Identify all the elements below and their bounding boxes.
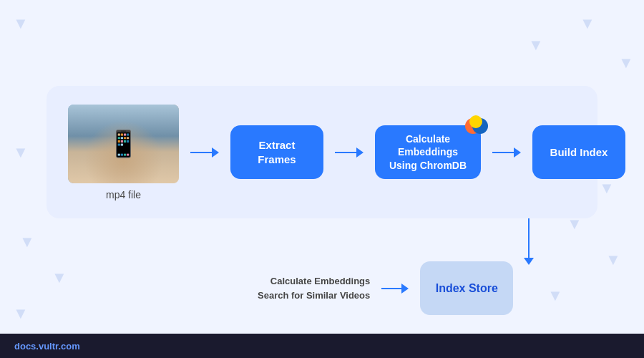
arrow-line-1 <box>190 152 212 153</box>
down-arrow-line <box>528 218 530 258</box>
arrow-1 <box>190 147 219 158</box>
index-store-box: Index Store <box>420 261 513 315</box>
video-thumbnail <box>68 105 179 183</box>
h-arrow-to-store <box>381 284 409 294</box>
chromadb-logo <box>465 115 488 138</box>
bg-icon: ▼ <box>13 143 29 162</box>
down-arrow-head <box>524 258 534 265</box>
video-input: mp4 file <box>68 105 179 200</box>
bottom-flow: Calculate Embeddings Search for Similar … <box>258 261 513 315</box>
build-index-label: Build Index <box>550 145 608 160</box>
arrow-3 <box>492 147 521 158</box>
bg-icon: ▼ <box>618 54 634 72</box>
bg-icon: ▼ <box>19 233 35 251</box>
footer: docs.vultr.com <box>0 334 644 358</box>
diagram-card: mp4 file Extract Frames Calculate Embedd… <box>47 86 597 218</box>
h-arrow-head <box>401 284 409 294</box>
bg-icon: ▼ <box>580 14 595 33</box>
arrow-line-2 <box>335 152 356 153</box>
h-arrow-line <box>381 288 401 289</box>
bg-icon: ▼ <box>605 251 621 269</box>
down-arrow-container <box>524 218 534 265</box>
bg-icon: ▼ <box>52 268 67 287</box>
arrow-head-2 <box>356 147 364 158</box>
bg-icon: ▼ <box>13 304 29 323</box>
arrow-2 <box>335 147 364 158</box>
build-index-box: Build Index <box>532 125 625 179</box>
arrow-head-3 <box>514 147 521 158</box>
arrow-head-1 <box>212 147 219 158</box>
chromadb-box: Calculate Embeddings Using ChromDB <box>375 125 481 179</box>
extract-frames-box: Extract Frames <box>230 125 323 179</box>
video-label: mp4 file <box>106 189 141 200</box>
arrow-line-3 <box>492 152 514 153</box>
index-store-label: Index Store <box>436 282 498 295</box>
extract-frames-label: Extract Frames <box>242 138 312 166</box>
footer-link[interactable]: docs.vultr.com <box>14 341 80 352</box>
logo-yellow <box>469 115 482 128</box>
chromadb-label: Calculate Embeddings Using ChromDB <box>386 132 469 172</box>
bottom-text-line1: Calculate Embeddings <box>258 274 370 289</box>
bg-icon: ▼ <box>599 179 615 198</box>
bg-icon: ▼ <box>528 36 544 54</box>
bottom-text-line2: Search for Similar Videos <box>258 289 370 303</box>
bottom-text: Calculate Embeddings Search for Similar … <box>258 274 370 302</box>
bg-icon: ▼ <box>547 286 563 305</box>
bg-icon: ▼ <box>13 14 29 33</box>
